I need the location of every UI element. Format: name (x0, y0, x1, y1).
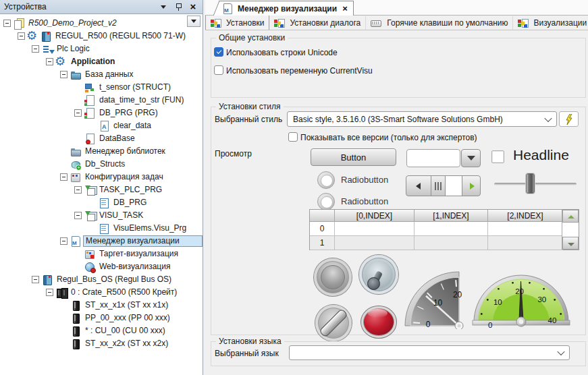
tree-item-task-plc-prg[interactable]: TASK_PLC_PRG (0, 183, 203, 196)
expander-toggle[interactable] (46, 289, 53, 296)
selected-style-label: Выбранный стиль (215, 115, 282, 124)
tab-горячие-клавиши-по-умолчанию[interactable]: Горячие клавиши по умолчанию (366, 16, 513, 30)
tree-item-st-xx-x2x-st-xx-x2x-[interactable]: ST_xx_x2x (ST xx x2x) (0, 337, 203, 350)
panel-close-button[interactable]: × (188, 2, 198, 11)
table-cell (335, 222, 415, 236)
tree-item-db-structs[interactable]: Db_Structs (0, 158, 203, 171)
spin-right-arrow (462, 175, 481, 196)
scroll-up-icon (562, 210, 579, 223)
tree-item-regul-bus-os-regul-bus-os-[interactable]: Regul_Bus_OS (Regul Bus OS) (0, 273, 203, 286)
tree-item-label: 0 : Crate_R500 (R500 Крейт) (69, 287, 179, 298)
tree-item-db-prg[interactable]: DB_PRG (0, 196, 203, 209)
preview-slider-track (494, 183, 577, 185)
tree-item--cu-00-cu-00-xxx-[interactable]: * : CU_00 (CU 00 xxx) (0, 324, 203, 337)
tree-item-plc-logic[interactable]: Plc Logic (0, 42, 203, 55)
unicode-checkbox[interactable] (214, 47, 223, 57)
tree-item-data-time-to-str-fun-[interactable]: data_time_to_str (FUN) (0, 94, 203, 107)
expander-toggle[interactable] (60, 173, 68, 181)
panel-menu-button[interactable] (158, 2, 169, 11)
visu-tab-icon (211, 18, 221, 28)
tree-item-label: data_time_to_str (FUN) (97, 94, 186, 106)
document-tab-visualization-manager[interactable]: Менеджер визуализации × (219, 1, 354, 16)
chevron-down-icon (557, 348, 564, 355)
tree-item-label: Plc Logic (55, 43, 92, 55)
show-all-versions-checkbox[interactable] (288, 132, 298, 142)
tree-item-менеджер-визуализации[interactable]: Менеджер визуализации (0, 235, 203, 248)
keyboard-tab-icon (371, 18, 381, 28)
expander-toggle[interactable] (60, 237, 68, 245)
preview-table-scrollbar (562, 210, 579, 250)
tree-item-label: Таргет-визуализация (97, 248, 180, 260)
selected-style-combobox[interactable]: Basic style, 3.5.16.0 (3S-Smart Software… (287, 111, 557, 127)
expander-toggle[interactable] (60, 71, 68, 78)
gauge-tick-label: 0 (488, 321, 492, 328)
table-cell (415, 236, 488, 250)
tree-item-web-визуализация[interactable]: Web-визуализация (0, 260, 203, 273)
expander-toggle[interactable] (74, 109, 82, 117)
tree-item-база-данных[interactable]: База данных (0, 68, 203, 81)
device-tree: R500_Demo_Project_v2REGUL_R500 (REGUL R5… (0, 14, 203, 374)
tab-close-icon[interactable]: × (342, 5, 348, 13)
struct-icon (84, 82, 95, 93)
gear-icon (28, 31, 38, 42)
tree-item-application[interactable]: Application (0, 55, 203, 68)
close-icon: × (190, 3, 196, 11)
module-icon (70, 300, 81, 311)
expander-toggle[interactable] (74, 186, 82, 194)
tree-item-db-prg-prg-[interactable]: DB_PRG (PRG) (0, 107, 203, 119)
tree-item-regul-r500-regul-r500-71-w-[interactable]: REGUL_R500 (REGUL R500 71-W) (0, 30, 203, 42)
tab-визуализации[interactable]: Визуализации (513, 16, 588, 30)
tree-item-t-sensor-struct-[interactable]: t_sensor (STRUCT) (0, 81, 203, 94)
scroll-down-icon (562, 237, 579, 250)
devices-panel: Устройства × R500_Demo_Project_v2REGUL_R… (0, 0, 203, 375)
selected-language-combobox[interactable] (289, 345, 570, 360)
group-title: Установки стиля (216, 102, 284, 111)
style-repository-button[interactable] (559, 111, 579, 127)
expander-toggle[interactable] (32, 276, 39, 283)
expander-toggle[interactable] (74, 212, 82, 219)
tree-item-таргет-визуализация[interactable]: Таргет-визуализация (0, 248, 203, 260)
dbstructs-icon (70, 159, 81, 170)
crate-icon (56, 287, 67, 298)
tree-item-0-crate-r500-r500-крейт-[interactable]: 0 : Crate_R500 (R500 Крейт) (0, 286, 203, 299)
expander-toggle[interactable] (3, 20, 11, 27)
tree-item-visuelems-visu-prg[interactable]: VisuElems.Visu_Prg (0, 222, 203, 235)
devices-panel-header: Устройства × (0, 0, 203, 14)
device-icon (41, 31, 51, 42)
switch-handle (319, 308, 348, 338)
table-row: 0 (310, 222, 579, 236)
tree-item-st-xx-x1x-st-xx-x1x-[interactable]: ST_xx_x1x (ST xx x1x) (0, 299, 203, 312)
tree-item-label: Db_Structs (83, 158, 127, 170)
tab-label: Установки диалога (290, 18, 360, 28)
expander-toggle[interactable] (32, 45, 39, 53)
expander-toggle[interactable] (18, 32, 25, 40)
tree-item-label: Regul_Bus_OS (Regul Bus OS) (55, 274, 173, 285)
tab-установки-диалога[interactable]: Установки диалога (269, 16, 366, 30)
currentvisu-checkbox[interactable] (214, 65, 223, 75)
tab-label: Установки (226, 18, 264, 28)
panel-pin-button[interactable] (173, 2, 184, 11)
tab-установки[interactable]: Установки (205, 16, 269, 30)
preview-radiobutton-2-label: Radiobutton (341, 196, 388, 206)
project-dropdown-button[interactable] (187, 16, 201, 27)
table-cell (488, 222, 563, 236)
tree-item-конфигурация-задач[interactable]: Конфигурация задач (0, 171, 203, 183)
tree-item-clear-data[interactable]: clear_data (0, 119, 203, 132)
tree-item-label: DB_PRG (111, 197, 149, 208)
tree-item-database[interactable]: DataBase (0, 132, 203, 145)
preview-radiobutton-1 (317, 171, 335, 189)
tree-item-менеджер-библиотек[interactable]: Менеджер библиотек (0, 145, 203, 158)
tree-item-visu-task[interactable]: VISU_TASK (0, 209, 203, 222)
preview-red-lamp (361, 306, 396, 338)
visumgr-icon (70, 236, 81, 247)
tree-item-pp-00-xxx-pp-00-xxx-[interactable]: PP_00_xxx (PP 00 xxx) (0, 312, 203, 324)
show-all-versions-label: Показывать все версии (только для экспер… (300, 133, 477, 142)
tree-item-label: clear_data (111, 120, 153, 132)
preview-headline-label: Headline (513, 147, 569, 163)
expander-toggle[interactable] (46, 58, 53, 65)
task-icon (84, 185, 95, 196)
tab-label: Визуализации (533, 18, 587, 28)
call-icon (99, 198, 109, 208)
tree-item-label: Менеджер визуализации (83, 235, 203, 247)
spin-grip (431, 175, 446, 196)
